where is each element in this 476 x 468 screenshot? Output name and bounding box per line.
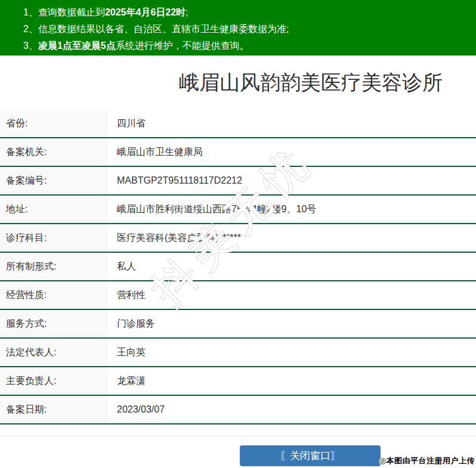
notice-text: 信息数据结果以各省、自治区、直辖市卫生健康委数据为准; xyxy=(38,24,289,34)
notice-number: 3、 xyxy=(23,41,38,51)
table-row: 地址:峨眉山市胜利街道绥山西路75号4幢2楼9、10号 xyxy=(0,195,476,224)
page-title: 峨眉山风韵韵美医疗美容诊所 xyxy=(73,69,476,95)
row-label: 经营性质: xyxy=(0,281,109,309)
notice-number: 1、 xyxy=(23,7,38,17)
row-label: 地址: xyxy=(0,195,109,224)
row-value: 龙霖潇 xyxy=(109,367,476,395)
row-label: 诊疗科目: xyxy=(0,224,109,252)
row-label: 备案日期: xyxy=(0,395,109,424)
notice-text: 查询数据截止到 xyxy=(38,7,105,17)
close-window-button[interactable]: 〖关闭窗口〗 xyxy=(240,445,381,466)
notice-number: 2、 xyxy=(23,24,38,34)
row-value: 峨眉山市胜利街道绥山西路75号4幢2楼9、10号 xyxy=(109,195,476,224)
uploader-badge: ◎本图由平台注册用户上传 xyxy=(379,455,475,466)
row-value: 医疗美容科(美容皮肤科)****** xyxy=(109,224,476,252)
row-value: 2023/03/07 xyxy=(109,395,476,424)
row-value: 峨眉山市卫生健康局 xyxy=(109,138,476,166)
notice-line-2: 2、信息数据结果以各省、自治区、直辖市卫生健康委数据为准; xyxy=(23,21,470,38)
row-label: 省份: xyxy=(0,110,109,138)
notice-banner: 1、查询数据截止到2025年4月6日22时; 2、信息数据结果以各省、自治区、直… xyxy=(0,0,476,55)
table-row: 备案编号:MABTGP2T951118117D2212 xyxy=(0,166,476,195)
notice-text: 系统进行维护，不能提供查询。 xyxy=(116,41,249,51)
table-row: 法定代表人:王向英 xyxy=(0,338,476,367)
table-row: 诊疗科目:医疗美容科(美容皮肤科)****** xyxy=(0,224,476,252)
footer-divider xyxy=(0,436,476,436)
table-row: 所有制形式:私人 xyxy=(0,252,476,281)
table-row: 省份:四川省 xyxy=(0,110,476,138)
notice-text-bold: 凌晨1点至凌晨5点 xyxy=(38,41,116,51)
notice-line-3: 3、凌晨1点至凌晨5点系统进行维护，不能提供查询。 xyxy=(23,38,470,54)
row-value: 营利性 xyxy=(109,281,476,309)
row-value: 私人 xyxy=(109,252,476,281)
notice-text: ; xyxy=(186,7,188,17)
row-value: 王向英 xyxy=(109,338,476,367)
row-label: 备案编号: xyxy=(0,166,109,195)
table-row: 服务方式:门诊服务 xyxy=(0,309,476,338)
row-label: 法定代表人: xyxy=(0,338,109,367)
notice-text-bold: 2025年4月6日22时 xyxy=(105,7,186,17)
row-label: 备案机关: xyxy=(0,138,109,166)
row-value: MABTGP2T951118117D2212 xyxy=(109,166,476,195)
clinic-info-table: 省份:四川省备案机关:峨眉山市卫生健康局备案编号:MABTGP2T9511181… xyxy=(0,110,476,424)
table-row: 备案机关:峨眉山市卫生健康局 xyxy=(0,138,476,166)
row-label: 服务方式: xyxy=(0,309,109,338)
table-row: 经营性质:营利性 xyxy=(0,281,476,309)
notice-line-1: 1、查询数据截止到2025年4月6日22时; xyxy=(23,4,470,21)
table-row: 备案日期:2023/03/07 xyxy=(0,395,476,424)
row-value: 四川省 xyxy=(109,110,476,138)
table-row: 主要负责人:龙霖潇 xyxy=(0,367,476,395)
row-label: 主要负责人: xyxy=(0,367,109,395)
info-table-body: 省份:四川省备案机关:峨眉山市卫生健康局备案编号:MABTGP2T9511181… xyxy=(0,110,476,424)
row-label: 所有制形式: xyxy=(0,252,109,281)
row-value: 门诊服务 xyxy=(109,309,476,338)
